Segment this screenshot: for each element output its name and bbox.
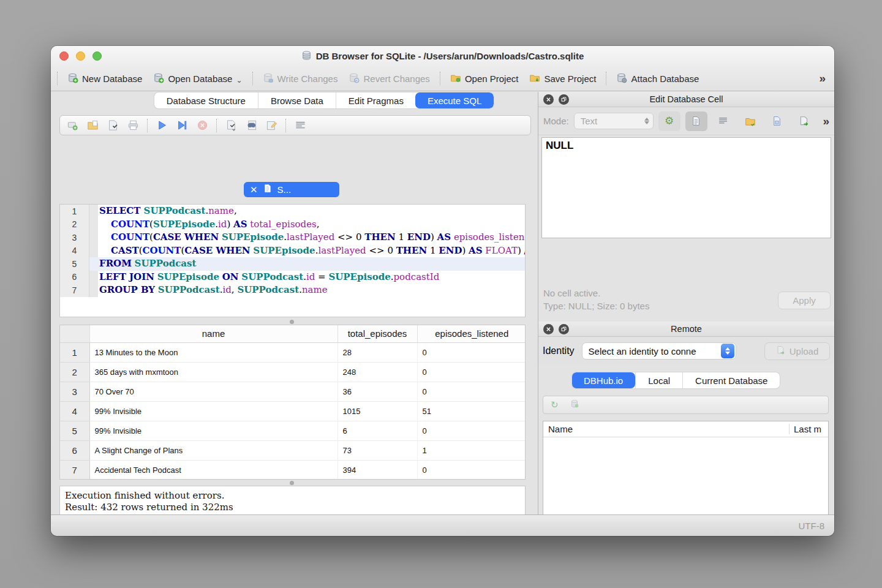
cell-episodes-listened[interactable]: 0 — [417, 421, 526, 440]
open-project-button[interactable]: Open Project — [449, 70, 520, 88]
editor-line-5[interactable]: 5FROM SUPPodcast — [60, 257, 525, 271]
table-row[interactable]: 370 Over 70360 — [60, 382, 526, 401]
table-row[interactable]: 599% Invisible60 — [60, 421, 526, 440]
identity-select[interactable]: Select an identity to conne — [582, 342, 736, 360]
cell-total-episodes[interactable]: 28 — [337, 342, 417, 362]
close-dock-icon[interactable] — [543, 94, 554, 105]
find-replace-icon[interactable] — [245, 119, 257, 132]
remote-column-name[interactable]: Name — [543, 424, 789, 434]
mode-select[interactable]: Text — [574, 113, 654, 129]
cell-name[interactable]: A Slight Change of Plans — [89, 440, 337, 460]
window-title: DB Browser for SQLite - /Users/arun/Down… — [301, 50, 584, 62]
cell-total-episodes[interactable]: 36 — [337, 382, 417, 401]
editor-line-6[interactable]: 6LEFT JOIN SUPEpisode ON SUPPodcast.id =… — [60, 271, 525, 284]
cell-total-episodes[interactable]: 6 — [337, 421, 417, 440]
cell-content-editor[interactable]: NULL — [541, 137, 831, 238]
sql-document-tab[interactable]: ✕ S... — [244, 182, 339, 197]
revert-changes-button[interactable]: Revert Changes — [347, 70, 431, 88]
execute-all-icon[interactable] — [156, 119, 168, 132]
column-header-episodes-listened[interactable]: episodes_listened — [417, 325, 526, 342]
upload-label: Upload — [790, 346, 819, 356]
table-row[interactable]: 7Accidental Tech Podcast3940 — [60, 460, 526, 480]
remote-tab-dbhub-io[interactable]: DBHub.io — [572, 372, 635, 388]
cell-total-episodes[interactable]: 248 — [337, 362, 417, 382]
cell-name[interactable]: 70 Over 70 — [89, 382, 337, 401]
refresh-icon[interactable]: ↻ — [551, 399, 559, 410]
execute-line-icon[interactable] — [176, 119, 188, 132]
column-header-total-episodes[interactable]: total_episodes — [337, 325, 417, 342]
attach-database-button[interactable]: Attach Database — [615, 70, 700, 88]
open-tab-icon[interactable] — [66, 119, 78, 132]
cell-name[interactable]: 99% Invisible — [89, 401, 337, 421]
text-view-button[interactable] — [685, 111, 707, 131]
editor-line-4[interactable]: 4 CAST(COUNT(CASE WHEN SUPEpisode.lastPl… — [60, 244, 525, 258]
float-dock-icon[interactable] — [559, 94, 569, 105]
editor-line-1[interactable]: 1SELECT SUPPodcast.name, — [60, 205, 525, 218]
cell-episodes-listened[interactable]: 51 — [417, 401, 526, 421]
export-cell-button[interactable] — [793, 111, 815, 131]
cell-name[interactable]: 365 days with mxmtoon — [89, 362, 337, 382]
stop-icon[interactable] — [196, 119, 208, 132]
remote-tab-current-database[interactable]: Current Database — [682, 372, 780, 388]
open-sql-file-icon[interactable] — [86, 119, 99, 132]
write-changes-button[interactable]: Write Changes — [262, 70, 339, 88]
save-sql-file-icon[interactable] — [107, 119, 119, 132]
save-project-button[interactable]: Save Project — [528, 70, 597, 88]
editor-line-3[interactable]: 3 COUNT(CASE WHEN SUPEpisode.lastPlayed … — [60, 231, 525, 244]
editor-line-2[interactable]: 2 COUNT(SUPEpisode.id) AS total_episodes… — [60, 218, 525, 232]
cell-name[interactable]: 13 Minutes to the Moon — [89, 342, 337, 362]
results-grid[interactable]: name total_episodes episodes_listened 11… — [59, 325, 526, 480]
editor-line-7[interactable]: 7GROUP BY SUPPodcast.id, SUPPodcast.name — [60, 284, 525, 297]
float-dock-icon[interactable] — [559, 324, 569, 334]
upload-button[interactable]: Upload — [764, 342, 830, 360]
toolbar-overflow-button[interactable]: » — [819, 72, 828, 85]
save-cell-button[interactable] — [766, 111, 788, 131]
cell-name[interactable]: Accidental Tech Podcast — [89, 460, 337, 480]
cell-total-episodes[interactable]: 394 — [337, 460, 417, 480]
new-database-button[interactable]: New Database — [66, 70, 143, 88]
stepper-icon — [644, 118, 649, 124]
cell-episodes-listened[interactable]: 1 — [417, 440, 526, 460]
tab-edit-pragmas[interactable]: Edit Pragmas — [336, 92, 416, 108]
close-sql-tab-icon[interactable]: ✕ — [250, 184, 258, 195]
cell-episodes-listened[interactable]: 0 — [417, 382, 526, 401]
column-header-name[interactable]: name — [89, 325, 337, 342]
save-results-icon[interactable] — [225, 119, 237, 132]
minimize-window-button[interactable] — [76, 51, 85, 61]
cell-episodes-listened[interactable]: 0 — [417, 342, 526, 362]
cell-episodes-listened[interactable]: 0 — [417, 460, 526, 480]
cell-toolbar-overflow-button[interactable]: » — [823, 115, 829, 128]
tab-database-structure[interactable]: Database Structure — [154, 92, 258, 108]
open-database-button[interactable]: Open Database ⌄ — [152, 70, 243, 88]
cell-total-episodes[interactable]: 73 — [337, 440, 417, 460]
apply-button[interactable]: Apply — [778, 292, 831, 309]
sql-editor[interactable]: 1SELECT SUPPodcast.name,2 COUNT(SUPEpiso… — [59, 204, 526, 317]
text-block-icon[interactable] — [294, 119, 306, 132]
close-dock-icon[interactable] — [543, 324, 554, 334]
cell-episodes-listened[interactable]: 0 — [417, 362, 526, 382]
table-row[interactable]: 6A Slight Change of Plans731 — [60, 440, 526, 460]
import-data-button[interactable]: ⚙ — [658, 111, 680, 131]
table-row[interactable]: 2365 days with mxmtoon2480 — [60, 362, 526, 382]
remote-tab-local[interactable]: Local — [635, 372, 682, 388]
close-window-button[interactable] — [59, 51, 69, 61]
import-file-button[interactable] — [739, 111, 761, 131]
format-sql-icon[interactable] — [265, 119, 277, 132]
save-project-icon — [529, 72, 540, 85]
splitter-handle[interactable] — [290, 481, 294, 485]
tab-browse-data[interactable]: Browse Data — [258, 92, 336, 108]
export-file-icon — [799, 116, 810, 127]
print-icon[interactable] — [127, 119, 139, 132]
splitter-handle[interactable] — [290, 320, 294, 324]
table-row[interactable]: 113 Minutes to the Moon280 — [60, 342, 526, 362]
clone-database-icon[interactable] — [570, 399, 579, 411]
encoding-indicator[interactable]: UTF-8 — [799, 521, 825, 531]
table-row[interactable]: 499% Invisible101551 — [60, 401, 526, 421]
tab-execute-sql[interactable]: Execute SQL — [415, 92, 494, 108]
remote-column-last-modified[interactable]: Last m — [789, 424, 828, 434]
cell-name[interactable]: 99% Invisible — [89, 421, 337, 440]
results-corner-cell — [60, 325, 89, 342]
zoom-window-button[interactable] — [92, 51, 102, 61]
cell-total-episodes[interactable]: 1015 — [337, 401, 417, 421]
word-wrap-button[interactable] — [712, 111, 734, 131]
